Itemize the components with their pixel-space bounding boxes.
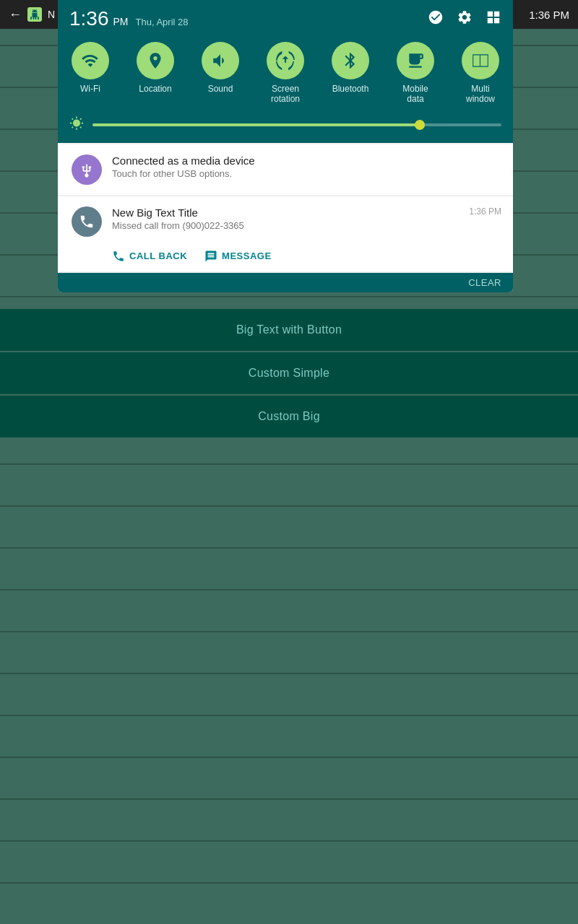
qs-wifi-circle xyxy=(72,42,109,79)
qs-bluetooth-label: Bluetooth xyxy=(332,84,369,94)
brightness-icon xyxy=(69,116,84,134)
custom-simple-button[interactable]: Custom Simple xyxy=(0,352,578,394)
usb-notif-subtitle: Touch for other USB options. xyxy=(112,168,501,179)
qs-bluetooth-circle xyxy=(332,42,369,79)
usb-notif-header: Connected as a media device Touch for ot… xyxy=(60,144,513,195)
usb-notif-title: Connected as a media device xyxy=(112,154,501,167)
qs-rotation[interactable]: Screen rotation xyxy=(256,42,314,105)
message-label: MESSAGE xyxy=(222,250,272,261)
message-button[interactable]: MESSAGE xyxy=(204,250,272,263)
qs-multiwindow-label: Multi window xyxy=(466,84,495,105)
qs-location[interactable]: Location xyxy=(126,42,184,105)
custom-big-button[interactable]: Custom Big xyxy=(0,396,578,437)
qs-sound-circle xyxy=(202,42,239,79)
qs-sound[interactable]: Sound xyxy=(191,42,249,105)
status-bar-app-label: N xyxy=(48,9,55,20)
panel-time: 1:36 PM Thu, April 28 xyxy=(69,7,189,30)
settings-icon[interactable] xyxy=(457,9,473,28)
qs-multiwindow[interactable]: Multi window xyxy=(452,42,509,105)
profile-icon[interactable] xyxy=(428,9,444,28)
clear-button[interactable]: CLEAR xyxy=(468,277,501,288)
callback-button[interactable]: CALL BACK xyxy=(112,250,187,263)
brightness-track[interactable] xyxy=(92,123,501,126)
back-icon: ← xyxy=(9,7,22,22)
call-notif-subtitle: Missed call from (900)022-3365 xyxy=(112,220,459,231)
call-notification[interactable]: New Big Text Title Missed call from (900… xyxy=(58,196,513,271)
status-bar-left: ← N xyxy=(9,7,55,22)
brightness-fill xyxy=(92,123,420,126)
call-notif-actions: CALL BACK MESSAGE xyxy=(60,247,513,271)
brightness-thumb xyxy=(415,120,425,130)
qs-mobiledata-label: Mobile data xyxy=(402,84,428,105)
qs-location-circle xyxy=(137,42,174,79)
brightness-row xyxy=(58,113,513,143)
call-notif-header: New Big Text Title Missed call from (900… xyxy=(60,196,513,247)
call-notif-title: New Big Text Title xyxy=(112,206,459,219)
call-notif-content: New Big Text Title Missed call from (900… xyxy=(112,206,459,231)
usb-notification[interactable]: Connected as a media device Touch for ot… xyxy=(58,144,513,195)
qs-bluetooth[interactable]: Bluetooth xyxy=(322,42,379,105)
usb-notif-content: Connected as a media device Touch for ot… xyxy=(112,154,501,179)
qs-mobiledata-circle xyxy=(397,42,434,79)
panel-time-ampm: PM xyxy=(113,16,129,27)
panel-time-main: 1:36 xyxy=(69,7,109,30)
grid-icon[interactable] xyxy=(486,9,501,28)
qs-sound-label: Sound xyxy=(208,84,233,94)
qs-wifi-label: Wi-Fi xyxy=(80,84,100,94)
usb-icon-circle xyxy=(72,154,102,185)
panel-header-icons xyxy=(428,9,501,28)
quick-settings-grid: Wi-Fi Location Sound xyxy=(58,36,513,113)
qs-wifi[interactable]: Wi-Fi xyxy=(61,42,119,105)
status-bar-time: 1:36 PM xyxy=(529,9,569,21)
big-text-button[interactable]: Big Text with Button xyxy=(0,309,578,351)
panel-header: 1:36 PM Thu, April 28 xyxy=(58,0,513,36)
qs-multiwindow-circle xyxy=(462,42,499,79)
qs-rotation-circle xyxy=(267,42,304,79)
panel-date: Thu, April 28 xyxy=(136,17,189,27)
qs-rotation-label: Screen rotation xyxy=(271,84,300,105)
qs-location-label: Location xyxy=(139,84,171,94)
qs-mobiledata[interactable]: Mobile data xyxy=(387,42,444,105)
call-notif-time: 1:36 PM xyxy=(469,206,501,217)
android-icon xyxy=(27,7,42,22)
callback-label: CALL BACK xyxy=(129,250,187,261)
notification-panel: 1:36 PM Thu, April 28 xyxy=(58,0,513,292)
clear-row: CLEAR xyxy=(58,273,513,292)
call-icon-circle xyxy=(72,206,102,237)
